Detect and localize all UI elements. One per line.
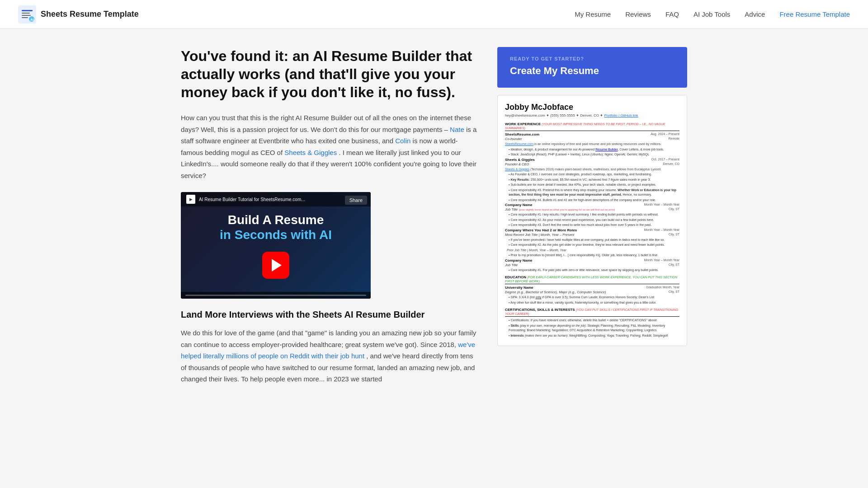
resume-job-4-header: Company Where You Had 2 or More Roles Mo… <box>505 228 679 232</box>
cta-box: READY TO GET STARTED? Create My Resume <box>497 47 687 88</box>
resume-degree: Degree (e.g., Bachelor of Science), Majo… <box>505 290 606 294</box>
resume-date-3: Month Year – Month Year <box>644 203 679 207</box>
colin-link[interactable]: Colin <box>395 137 410 145</box>
resume-bullet-2-2: Key Results: 250,000+ units sold; $5.5M … <box>505 178 679 183</box>
resume-bullet-5-1: Core responsibility #1. For past jobs wi… <box>505 268 679 273</box>
svg-rect-3 <box>22 15 31 16</box>
resume-cert-bullet-1: Certifications: If you have relevant one… <box>505 318 679 323</box>
progress-bar[interactable] <box>185 295 366 296</box>
resume-date-2: Oct. 2017 – Present <box>651 158 679 162</box>
sheets-giggles-link[interactable]: Sheets & Giggles <box>284 149 337 156</box>
play-icon <box>272 259 282 272</box>
resume-company-5: Company Name <box>505 258 532 263</box>
video-top-bar: ▶ AI Resume Builder Tutorial for SheetsR… <box>181 192 371 206</box>
resume-job-5-header: Company Name Month Year – Month Year <box>505 258 679 263</box>
resume-title-row-1: Co-founder Remote <box>505 137 679 141</box>
resume-location-1: Remote <box>668 137 679 141</box>
video-title-line1: Build A Resume <box>228 213 324 227</box>
resume-company-1: SheetsResume.com <box>505 132 539 136</box>
resume-name: Jobby McJobface <box>505 103 679 112</box>
resume-prior-title: Prior Job Title | Month, Year – Month, Y… <box>505 248 679 253</box>
logo-link[interactable]: AI Sheets Resume Template <box>18 5 139 23</box>
nav-ai-job-tools[interactable]: AI Job Tools <box>693 10 730 18</box>
resume-job-4: Company Where You Had 2 or More Roles Mo… <box>505 228 679 258</box>
resume-school-location: City, ST <box>669 290 679 294</box>
resume-job-1-header: SheetsResume.com Aug. 2024 – Present <box>505 132 679 136</box>
resume-education-section: EDUCATION (for early-career candidates w… <box>505 275 679 305</box>
resume-bullet-3-2: Core responsibility #2. As your most rec… <box>505 218 679 223</box>
resume-job-1: SheetsResume.com Aug. 2024 – Present Co-… <box>505 132 679 157</box>
svg-rect-1 <box>22 10 33 11</box>
resume-bullet-1-2: Stack: JavaScript (React); PHP (Laravel … <box>505 152 679 157</box>
resume-title-row-5: Job Title City, ST <box>505 263 679 267</box>
main-container: You've found it: an AI Resume Builder th… <box>163 29 705 403</box>
resume-bullet-4-2: Core responsibility #2. As the jobs get … <box>505 243 679 248</box>
video-title-line2: in Seconds with AI <box>220 228 332 242</box>
resume-work-note: (your most impressive thing needs to be … <box>505 122 665 130</box>
video-title-bar: AI Resume Builder Tutorial for SheetsRes… <box>199 197 305 202</box>
video-share-button[interactable]: Share <box>345 196 367 205</box>
svg-rect-2 <box>22 13 30 14</box>
resume-graduation: Graduation Month, Year <box>646 286 679 290</box>
svg-text:AI: AI <box>30 18 34 22</box>
resume-bullet-2-3: Sub-bullets are for more detail if neede… <box>505 183 679 188</box>
nav-faq[interactable]: FAQ <box>665 10 679 18</box>
resume-title-row-2: Founder & CEO Denver, CO <box>505 162 679 166</box>
resume-company-4: Company Where You Had 2 or More Roles <box>505 228 577 232</box>
nav-reviews[interactable]: Reviews <box>625 10 651 18</box>
logo-text: Sheets Resume Template <box>41 9 139 19</box>
resume-education-title: EDUCATION (for early-career candidates w… <box>505 275 679 284</box>
resume-role-1: Co-founder <box>505 137 522 141</box>
resume-bullet-2-1: As Founder & CEO, I oversee our core str… <box>505 172 679 177</box>
resume-company-2: Sheets & Giggles <box>505 158 535 162</box>
nav-advice[interactable]: Advice <box>745 10 765 18</box>
resume-bullet-4-prior: Prior to my promotion to [recent title],… <box>505 253 679 258</box>
resume-edu-bullet-2: Any other fun stuff like a minor, varsit… <box>505 300 679 305</box>
video-thumbnail: ▶ AI Resume Builder Tutorial for SheetsR… <box>181 192 371 299</box>
resume-cert-bullet-2: Skills (play in your own, rearrange depe… <box>505 324 679 333</box>
sheets-giggles-resume-link[interactable]: Sheets & Giggles <box>505 168 529 171</box>
video-container[interactable]: ▶ AI Resume Builder Tutorial for SheetsR… <box>181 192 371 299</box>
resume-location-5: City, ST <box>669 263 679 267</box>
sheetsresume-link[interactable]: SheetsResume.com <box>505 142 533 145</box>
play-button[interactable] <box>262 252 289 279</box>
resume-desc-2: Sheets & Giggles (Techstars 2019) makes … <box>505 167 679 172</box>
resume-date-5: Month Year – Month Year <box>644 258 679 263</box>
bottom-section-title: Land More Interviews with the Sheets AI … <box>181 310 479 320</box>
resume-role-2: Founder & CEO <box>505 162 529 166</box>
resume-school-header: University Name Graduation Month, Year <box>505 286 679 290</box>
resume-edu-bullet-1: GPA: 3.X/4.0 (list only if GPA is over 3… <box>505 295 679 300</box>
logo-icon: AI <box>18 5 36 23</box>
bottom-desc-1: We do this for love of the game (and tha… <box>181 329 476 348</box>
resume-date-4: Month Year – Month Year <box>644 228 679 232</box>
bottom-description: We do this for love of the game (and tha… <box>181 327 479 385</box>
resume-school-name: University Name <box>505 286 533 290</box>
hero-description: How can you trust that this is the right… <box>181 112 479 181</box>
nav-my-resume[interactable]: My Resume <box>575 10 611 18</box>
resume-bullet-3-3: Core responsibility #3. Don't feel the n… <box>505 223 679 228</box>
video-title-overlay: Build A Resume in Seconds with AI <box>211 212 341 243</box>
create-resume-button[interactable]: Create My Resume <box>510 65 599 77</box>
video-logo: ▶ <box>186 195 195 204</box>
resume-portfolio-link[interactable]: Portfolio / GitHub link <box>604 113 638 117</box>
right-column: READY TO GET STARTED? Create My Resume J… <box>497 47 687 385</box>
resume-company-3: Company Name <box>505 203 532 207</box>
site-header: AI Sheets Resume Template My Resume Revi… <box>0 0 868 29</box>
resume-job-5: Company Name Month Year – Month Year Job… <box>505 258 679 273</box>
resume-builder-link[interactable]: Resume Builder <box>595 148 618 151</box>
nav-free-resume[interactable]: Free Resume Template <box>779 10 850 18</box>
hero-desc-text-1: How can you trust that this is the right… <box>181 114 471 133</box>
resume-work-section-title: WORK EXPERIENCE (your most impressive th… <box>505 122 679 131</box>
resume-preview-card: Jobby McJobface hey@sheetsresume.com ✦ (… <box>497 95 687 346</box>
resume-bullet-2-4: Core responsibility #3. Pretend this is … <box>505 188 679 197</box>
resume-date-1: Aug. 2024 – Present <box>651 132 679 136</box>
resume-job-2-header: Sheets & Giggles Oct. 2017 – Present <box>505 158 679 162</box>
nate-link[interactable]: Nate <box>450 126 464 133</box>
resume-location-4: City, ST <box>669 233 679 237</box>
resume-cert-title: CERTIFICATIONS, SKILLS & INTERESTS (you … <box>505 308 679 317</box>
hero-title: You've found it: an AI Resume Builder th… <box>181 47 479 101</box>
resume-title-row-4: Most Recent Job Title | Month, Year – Pr… <box>505 233 679 237</box>
resume-title-row-3: Job Title (your slightly ironic brand on… <box>505 207 679 211</box>
left-column: You've found it: an AI Resume Builder th… <box>181 47 479 385</box>
resume-role-5: Job Title <box>505 263 518 267</box>
